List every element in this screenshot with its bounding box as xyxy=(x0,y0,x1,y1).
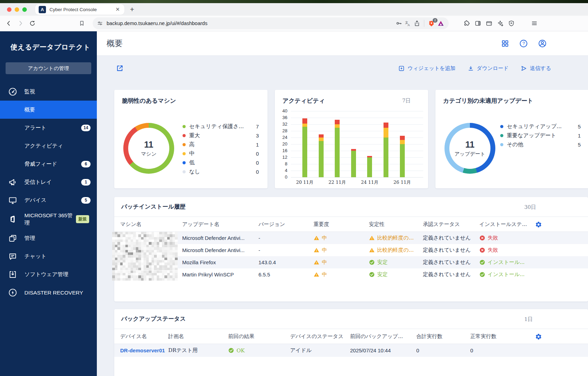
gridline xyxy=(291,111,423,111)
y-tick-label: 40 xyxy=(283,108,287,113)
wallet-icon[interactable] xyxy=(486,20,493,27)
brave-shield-icon[interactable]: 2 xyxy=(428,20,435,27)
sidebar-panel-icon[interactable] xyxy=(474,20,481,27)
sidebar-item-software[interactable]: ソフトウェア管理 xyxy=(0,266,97,284)
column-header[interactable]: 安定性 xyxy=(369,221,423,228)
column-header[interactable]: 正常実行数 xyxy=(470,333,536,340)
table-row[interactable]: Microsoft Defender Antivi...-中比較的軽度の...定… xyxy=(114,244,588,256)
install-status-cell: インストール... xyxy=(479,259,532,266)
stacked-bar xyxy=(319,134,324,178)
sidebar-nav: 監視概要アラート14アクティビティ脅威フィード6受信トレイ1デバイス5MICRO… xyxy=(0,83,97,302)
update-name-cell: Microsoft Defender Antivi... xyxy=(182,247,258,253)
plan-name-cell: DRテスト用 xyxy=(168,347,228,354)
menu-icon[interactable] xyxy=(531,20,538,27)
sidebar-item-overview[interactable]: 概要 xyxy=(0,101,97,119)
sidebar-item-microsoft-365[interactable]: MICROSOFT 365管理新規 xyxy=(0,209,97,229)
back-icon[interactable] xyxy=(3,17,15,29)
vpn-shield-icon[interactable] xyxy=(508,20,515,27)
legend-item: 高1 xyxy=(183,140,259,149)
legend-value: 5 xyxy=(578,142,581,148)
leo-ai-icon[interactable] xyxy=(497,20,504,27)
password-key-icon[interactable] xyxy=(395,20,402,27)
bookmark-icon[interactable] xyxy=(76,17,88,29)
vulnerable-donut-chart: 11 マシン xyxy=(123,123,174,174)
manage-account-button[interactable]: アカウントの管理 xyxy=(6,62,91,74)
column-header[interactable]: インストールステ... xyxy=(479,221,532,228)
x-tick-label: 22 11月 xyxy=(328,179,346,186)
warn-status-icon xyxy=(369,247,375,253)
column-header[interactable]: デバイス名 xyxy=(120,333,168,340)
sidebar-item-activities[interactable]: アクティビティ xyxy=(0,137,97,155)
table-settings-gear-icon[interactable] xyxy=(535,333,542,340)
bat-rewards-icon[interactable] xyxy=(437,20,444,27)
legend-dot xyxy=(183,161,186,164)
gridline xyxy=(291,131,423,131)
y-tick-label: 0 xyxy=(285,174,287,180)
column-header[interactable]: 承認ステータス xyxy=(423,221,479,228)
sidebar-item-management[interactable]: 管理 xyxy=(0,229,97,248)
column-header[interactable]: アップデート名 xyxy=(182,221,258,228)
reload-icon[interactable] xyxy=(26,17,38,29)
column-header[interactable]: バージョン xyxy=(258,221,314,228)
device-name-link[interactable]: DR-demoserver01 xyxy=(120,347,168,353)
zoom-window-button[interactable] xyxy=(22,7,27,12)
tab-close-icon[interactable]: ✕ xyxy=(114,6,121,13)
column-header[interactable]: マシン名 xyxy=(120,221,182,228)
column-header[interactable]: 計画名 xyxy=(168,333,228,340)
warn-status-icon xyxy=(314,272,319,277)
column-header[interactable]: 重要度 xyxy=(314,221,369,228)
warn-status-icon xyxy=(314,235,319,241)
activity-bar-chart: 20 11月22 11月24 11月26 11月0481216202428323… xyxy=(279,111,424,177)
severity-cell: 中 xyxy=(314,271,369,278)
help-icon[interactable]: ? xyxy=(519,39,528,48)
url-text[interactable]: backup.demo.tsukaeru.ne.jp/ui/#/dashboar… xyxy=(107,21,395,26)
close-window-button[interactable] xyxy=(7,7,11,12)
approval-status-cell: 定義されていません xyxy=(423,259,479,266)
table-row[interactable]: DR-demoserver01DRテスト用OKアイドル2025/07/24 10… xyxy=(114,344,588,357)
dashboards-grid-icon[interactable] xyxy=(501,39,509,48)
extensions-icon[interactable] xyxy=(463,20,470,27)
table-title: バックアップステータス xyxy=(121,315,186,323)
minimize-window-button[interactable] xyxy=(15,7,19,12)
forward-icon[interactable] xyxy=(15,17,26,29)
red-segment xyxy=(384,123,388,127)
legend-dot xyxy=(500,143,503,146)
column-header[interactable]: 前回のバックアップ... xyxy=(350,333,416,340)
widget-patch-history: パッチインストール履歴 30日 マシン名アップデート名バージョン重要度安定性承認… xyxy=(114,197,588,301)
sidebar-item-chat[interactable]: チャット xyxy=(0,248,97,266)
new-tab-button[interactable]: + xyxy=(130,5,134,14)
plot-area xyxy=(291,111,423,177)
address-bar[interactable]: backup.demo.tsukaeru.ne.jp/ui/#/dashboar… xyxy=(93,17,449,29)
approval-status-cell: 定義されていません xyxy=(423,247,479,253)
account-icon[interactable] xyxy=(538,39,547,48)
table-row[interactable]: Martin Prikryl WinSCP6.5.5中安定定義されていませんイン… xyxy=(114,268,588,281)
table-settings-gear-icon[interactable] xyxy=(535,221,542,228)
translate-icon[interactable]: 文A xyxy=(404,20,411,27)
legend-dot xyxy=(183,125,186,128)
sidebar-item-threat-feed[interactable]: 脅威フィード6 xyxy=(0,155,97,173)
table-row[interactable]: Mozilla Firefox143.0.4中安定定義されていませんインストール… xyxy=(114,256,588,268)
open-in-new-icon[interactable] xyxy=(116,64,124,72)
add-widget-button[interactable]: ウィジェットを追加 xyxy=(398,65,455,72)
site-settings-icon[interactable] xyxy=(97,20,103,26)
sidebar-item-alerts[interactable]: アラート14 xyxy=(0,119,97,137)
legend-label: 重要なアップデート xyxy=(507,132,578,139)
y-tick-label: 20 xyxy=(283,141,287,147)
column-header[interactable]: デバイスのステータス xyxy=(290,333,350,340)
severity-cell-text: 中 xyxy=(322,271,327,278)
table-row[interactable]: Microsoft Defender Antivi...-中比較的軽度の...定… xyxy=(114,232,588,244)
share-icon[interactable] xyxy=(413,20,420,27)
send-button[interactable]: 送信する xyxy=(520,65,551,72)
sidebar-item-devices[interactable]: デバイス5 xyxy=(0,191,97,209)
sidebar-item-monitoring[interactable]: 監視 xyxy=(0,83,97,101)
browser-tab[interactable]: A Cyber Protect Console ✕ xyxy=(35,4,124,15)
stacked-bar xyxy=(400,136,405,177)
column-header[interactable]: 合計実行数 xyxy=(416,333,470,340)
column-header[interactable]: 前回の結果 xyxy=(228,333,290,340)
sidebar-item-disaster-recovery[interactable]: DISASTER RECOVERY xyxy=(0,284,97,302)
sidebar-item-inbox[interactable]: 受信トレイ1 xyxy=(0,173,97,191)
green-segment xyxy=(351,151,356,177)
install-status-cell: 失敗 xyxy=(479,247,532,253)
dashboard-content: ウィジェットを追加 ダウンロード 送信する 脆弱性のあるマシン xyxy=(97,56,588,376)
download-button[interactable]: ダウンロード xyxy=(467,65,509,72)
